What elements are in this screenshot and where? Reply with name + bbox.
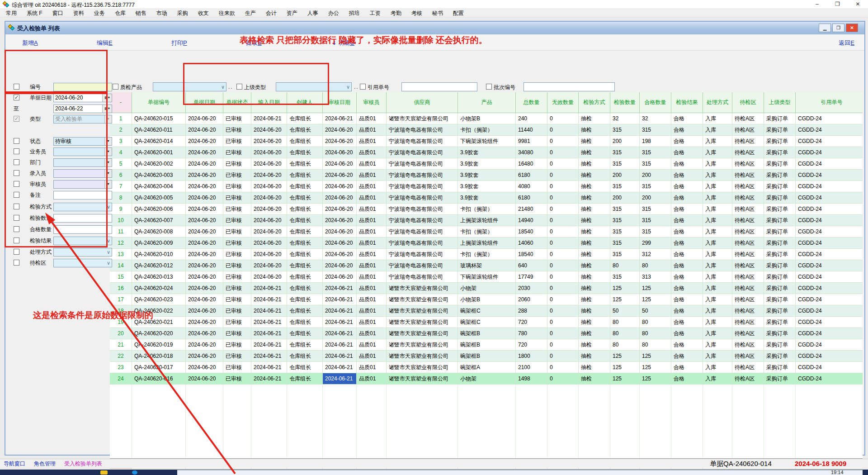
cell[interactable]: 品质01	[357, 192, 387, 204]
cell[interactable]: 315	[610, 158, 640, 170]
cell[interactable]: 2024-06-21	[251, 339, 287, 351]
mdi-restore-button[interactable]: ❐	[832, 24, 844, 32]
column-header-检验结果[interactable]: 检验结果	[671, 92, 703, 113]
cell[interactable]: 198	[640, 136, 671, 147]
cell[interactable]: 200	[610, 136, 640, 147]
cell[interactable]: 待检A区	[732, 317, 764, 328]
cell[interactable]: CGDD-24	[796, 283, 863, 294]
column-header-待检区[interactable]: 待检区	[732, 92, 764, 113]
statusbar-tab-角色管理[interactable]: 角色管理	[34, 460, 56, 468]
menu-item-考核[interactable]: 考核	[406, 9, 427, 17]
row-number-cell[interactable]: 11	[110, 226, 132, 238]
table-row[interactable]: 13QA-240620-0102024-06-20已审核2024-06-20仓库…	[110, 249, 863, 260]
menu-item-办公[interactable]: 办公	[323, 9, 344, 17]
toolbar-新增-button[interactable]: 新增A	[22, 39, 38, 47]
column-header--[interactable]: -	[110, 92, 132, 113]
column-header-无效数量[interactable]: 无效数量	[547, 92, 579, 113]
cell[interactable]: 采购订单	[764, 215, 796, 226]
filter-field-状态[interactable]: 待审核▼	[53, 137, 112, 146]
cell[interactable]: 仓库组长	[287, 181, 323, 192]
cell[interactable]: 315	[640, 147, 671, 158]
column-header-总数量[interactable]: 总数量	[516, 92, 547, 113]
cell[interactable]: 315	[640, 181, 671, 192]
cell[interactable]: 抽检	[579, 124, 610, 136]
cell[interactable]: 宁波瑞奇电器有限公司	[387, 215, 458, 226]
column-header-检验数量[interactable]: 检验数量	[610, 92, 640, 113]
cell[interactable]: 2024-06-21	[323, 294, 357, 305]
cell[interactable]: 待检A区	[732, 204, 764, 215]
checkbox-业务员[interactable]	[14, 148, 19, 154]
menu-item-常用[interactable]: 常用	[1, 9, 22, 17]
cell[interactable]: 0	[547, 271, 579, 283]
cell[interactable]: 品质01	[357, 339, 387, 351]
menu-item-资产[interactable]: 资产	[282, 9, 302, 17]
cell[interactable]: 2024-06-21	[251, 362, 287, 373]
cell[interactable]: 碗架框A	[458, 362, 516, 373]
cell[interactable]: 2024-06-20	[323, 124, 357, 136]
cell[interactable]: 2024-06-21	[251, 317, 287, 328]
cell[interactable]: 2024-06-20	[186, 238, 223, 249]
cell[interactable]: 仓库组长	[287, 113, 323, 124]
cell[interactable]: 3.9胶套	[458, 147, 516, 158]
table-row[interactable]: 19QA-240620-0212024-06-20已审核2024-06-21仓库…	[110, 317, 863, 328]
cell[interactable]: 17749	[516, 271, 547, 283]
column-header-上级类型[interactable]: 上级类型	[764, 92, 796, 113]
checkbox-审核员[interactable]	[14, 181, 19, 187]
cell[interactable]: 已审核	[223, 339, 251, 351]
checkbox-编号[interactable]	[14, 84, 19, 90]
column-header-供应商[interactable]: 供应商	[387, 92, 458, 113]
cell[interactable]: 仓库组长	[287, 147, 323, 158]
cell[interactable]: 卡扣（搁架）	[458, 204, 516, 215]
cell[interactable]: 入库	[703, 294, 732, 305]
cell[interactable]: 仓库组长	[287, 283, 323, 294]
cell[interactable]: 2024-06-20	[251, 215, 287, 226]
cell[interactable]: QA-240620-010	[132, 249, 186, 260]
cell[interactable]: 品质01	[357, 294, 387, 305]
checkbox-合格数量[interactable]	[14, 226, 19, 232]
cell[interactable]: CGDD-24	[796, 305, 863, 317]
cell[interactable]: 入库	[703, 226, 732, 238]
cell[interactable]: 2024-06-21	[251, 328, 287, 339]
cell[interactable]: 34080	[516, 147, 547, 158]
cell[interactable]: 小物架	[458, 283, 516, 294]
column-header-输入日期[interactable]: 输入日期	[251, 92, 287, 113]
cell[interactable]: 采购订单	[764, 170, 796, 181]
cell[interactable]: 315	[640, 215, 671, 226]
cell[interactable]: 品质01	[357, 181, 387, 192]
cell[interactable]: 2024-06-20	[186, 260, 223, 271]
filter-field-待检区[interactable]: ∨	[53, 259, 112, 267]
cell[interactable]: 仓库组长	[287, 317, 323, 328]
toolbar-功能-button[interactable]: ⬇功能O	[332, 39, 354, 47]
cell[interactable]: 0	[547, 362, 579, 373]
cell[interactable]: 2024-06-20	[323, 147, 357, 158]
menu-item-会计[interactable]: 会计	[261, 9, 282, 17]
cell[interactable]: 1800	[516, 351, 547, 362]
cell[interactable]: CGDD-24	[796, 249, 863, 260]
cell[interactable]: 品质01	[357, 226, 387, 238]
cell[interactable]: 合格	[671, 249, 703, 260]
cell[interactable]: QA-240620-015	[132, 113, 186, 124]
cell[interactable]: 21480	[516, 204, 547, 215]
column-header-单据状态[interactable]: 单据状态	[223, 92, 251, 113]
cell[interactable]: 2024-06-20	[323, 249, 357, 260]
cell[interactable]: 0	[547, 170, 579, 181]
statusbar-tab-导航窗口[interactable]: 导航窗口	[4, 460, 25, 468]
cell[interactable]: 2024-06-20	[251, 238, 287, 249]
menu-item-秘书[interactable]: 秘书	[427, 9, 448, 17]
cell[interactable]: 碗架框B	[458, 339, 516, 351]
maximize-button[interactable]: ❐	[827, 0, 848, 9]
cell[interactable]: 6180	[516, 170, 547, 181]
cell[interactable]: 入库	[703, 238, 732, 249]
cell[interactable]: 2024-06-21	[251, 351, 287, 362]
cell[interactable]: 6180	[516, 192, 547, 204]
cell[interactable]: QA-240620-006	[132, 204, 186, 215]
cell[interactable]: 315	[640, 158, 671, 170]
filter-field-业务员[interactable]: ▼	[53, 147, 112, 156]
minimize-button[interactable]: –	[807, 0, 827, 9]
cell[interactable]: 720	[516, 339, 547, 351]
cell[interactable]: 2024-06-20	[323, 215, 357, 226]
cell[interactable]: 125	[640, 373, 671, 385]
cell[interactable]: 已审核	[223, 328, 251, 339]
cell[interactable]: 仓库组长	[287, 204, 323, 215]
checkbox-状态[interactable]	[14, 138, 19, 144]
